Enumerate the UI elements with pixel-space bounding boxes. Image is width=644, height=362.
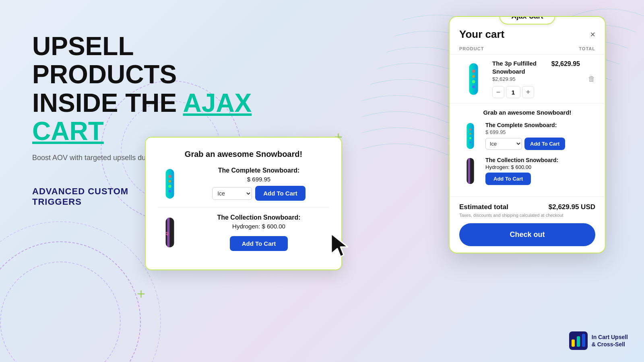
plus-icon-2: + bbox=[137, 286, 145, 302]
cart-upsell-2-add-btn[interactable]: Add To Cart bbox=[485, 173, 531, 185]
cart-upsell-item-2: The Collection Snowboard: Hydrogen: $ 60… bbox=[459, 156, 595, 186]
popup-product-1-info: The Complete Snowboard: $ 699.95 Ice Hyd… bbox=[188, 167, 329, 201]
brand-icon-svg bbox=[569, 331, 588, 350]
svg-text:42: 42 bbox=[165, 232, 169, 236]
close-button[interactable]: × bbox=[590, 30, 595, 39]
svg-rect-20 bbox=[468, 158, 470, 184]
headline: UPSELL PRODUCTS INSIDE THE AJAX CART bbox=[32, 32, 274, 146]
brand-text: In Cart Upsell& Cross-Sell bbox=[592, 333, 628, 348]
popup-product-2-info: The Collection Snowboard: Hydrogen: $ 60… bbox=[188, 214, 329, 251]
cart-upsell-2-info: The Collection Snowboard: Hydrogen: $ 60… bbox=[485, 157, 595, 185]
svg-rect-14 bbox=[466, 123, 474, 149]
svg-rect-22 bbox=[572, 339, 575, 347]
column-total: TOTAL bbox=[579, 46, 595, 51]
estimated-total-value: $2,629.95 USD bbox=[549, 203, 595, 211]
cart-upsell-1-add-btn[interactable]: Add To Cart bbox=[524, 138, 565, 150]
cart-upsell-1-info: The Complete Snowboard: $ 699.95 Ice Hyd… bbox=[485, 122, 595, 150]
qty-input[interactable] bbox=[506, 86, 520, 98]
headline-line2: INSIDE THE bbox=[32, 88, 177, 117]
popup-product-1-add-btn[interactable]: Add To Cart bbox=[255, 186, 305, 201]
svg-rect-9 bbox=[469, 63, 478, 95]
cart-upsell-1-controls: Ice Hydrogen Liquid Add To Cart bbox=[485, 138, 595, 150]
qty-controls: − + bbox=[492, 86, 547, 98]
svg-point-13 bbox=[472, 85, 475, 88]
tax-note: Taxes, discounts and shipping calculated… bbox=[459, 213, 595, 218]
svg-point-4 bbox=[169, 190, 171, 192]
popup-product-1-price: $ 699.95 bbox=[188, 176, 329, 183]
popup-product-1: The Complete Snowboard: $ 699.95 Ice Hyd… bbox=[158, 167, 329, 201]
cart-item-row: The 3p Fulfilled Snowboard $2,629.95 − +… bbox=[459, 60, 595, 98]
popup-product-2: 42 The Collection Snowboard: Hydrogen: $… bbox=[158, 214, 329, 251]
cart-footer: Estimated total $2,629.95 USD Taxes, dis… bbox=[450, 196, 605, 253]
popup-product-1-image bbox=[158, 168, 182, 200]
popup-product-1-name: The Complete Snowboard: bbox=[188, 167, 329, 174]
cart-item-total: $2,629.95 bbox=[551, 60, 580, 68]
brand-logo: In Cart Upsell& Cross-Sell bbox=[569, 331, 628, 350]
popup-product-2-image: 42 bbox=[158, 216, 182, 249]
popup-card: Grab an awesome Snowboard! The Complete bbox=[145, 137, 342, 270]
cart-columns: PRODUCT TOTAL bbox=[450, 45, 605, 54]
cart-upsell-2-variant: Hydrogen: $ 600.00 bbox=[485, 164, 595, 170]
cart-item-price: $2,629.95 bbox=[492, 76, 547, 82]
svg-marker-8 bbox=[331, 234, 348, 257]
popup-product-1-variant[interactable]: Ice Hydrogen Liquid bbox=[212, 187, 252, 200]
svg-point-18 bbox=[469, 142, 471, 143]
cart-upsell-1-price: $ 699.95 bbox=[485, 129, 595, 135]
cart-upsell-2-name: The Collection Snowboard: bbox=[485, 157, 595, 163]
popup-product-2-add-btn[interactable]: Add To Cart bbox=[230, 236, 288, 251]
ajax-cart-panel: Ajax Cart Your cart × PRODUCT TOTAL bbox=[449, 16, 606, 253]
cart-upsell-1-name: The Complete Snowboard: bbox=[485, 122, 595, 128]
headline-line1: UPSELL PRODUCTS bbox=[32, 32, 177, 89]
checkout-button[interactable]: Check out bbox=[459, 223, 595, 246]
svg-point-10 bbox=[472, 69, 475, 72]
cart-upsell-1-variant[interactable]: Ice Hydrogen Liquid bbox=[485, 138, 522, 150]
column-product: PRODUCT bbox=[459, 46, 484, 51]
svg-point-12 bbox=[472, 80, 475, 83]
popup-product-2-variant-label: Hydrogen: $ 600.00 bbox=[188, 223, 329, 230]
qty-minus-button[interactable]: − bbox=[492, 86, 504, 98]
svg-point-1 bbox=[168, 175, 171, 178]
cart-title: Your cart bbox=[459, 28, 504, 41]
svg-point-17 bbox=[469, 137, 471, 139]
popup-title: Grab an awesome Snowboard! bbox=[158, 150, 329, 159]
svg-rect-23 bbox=[577, 336, 580, 347]
estimated-total-row: Estimated total $2,629.95 USD bbox=[459, 203, 595, 211]
remove-item-button[interactable]: 🗑 bbox=[588, 75, 595, 83]
cart-item-section: The 3p Fulfilled Snowboard $2,629.95 − +… bbox=[450, 54, 605, 103]
svg-point-11 bbox=[472, 75, 475, 78]
svg-point-16 bbox=[469, 133, 471, 134]
cart-upsell-section: Grab an awesome Snowboard! bbox=[450, 103, 605, 196]
cart-upsell-title: Grab an awesome Snowboard! bbox=[459, 109, 595, 116]
cart-upsell-item-1: The Complete Snowboard: $ 699.95 Ice Hyd… bbox=[459, 121, 595, 151]
svg-rect-0 bbox=[166, 169, 174, 199]
cursor-icon bbox=[329, 232, 353, 261]
cart-item-image bbox=[459, 61, 487, 97]
svg-point-2 bbox=[169, 180, 171, 183]
svg-point-3 bbox=[168, 185, 171, 187]
cart-item-name: The 3p Fulfilled Snowboard bbox=[492, 60, 547, 75]
svg-rect-19 bbox=[466, 158, 474, 184]
cart-item-details: The 3p Fulfilled Snowboard $2,629.95 − + bbox=[492, 60, 547, 98]
cart-upsell-1-image bbox=[459, 121, 481, 151]
svg-rect-24 bbox=[582, 334, 585, 347]
estimated-total-label: Estimated total bbox=[459, 203, 508, 211]
qty-plus-button[interactable]: + bbox=[522, 86, 534, 98]
popup-product-2-name: The Collection Snowboard: bbox=[188, 214, 329, 221]
cart-upsell-2-image bbox=[459, 156, 481, 186]
popup-product-1-controls: Ice Hydrogen Liquid Add To Cart bbox=[188, 186, 329, 201]
ajax-cart-tab: Ajax Cart bbox=[499, 16, 555, 25]
svg-point-15 bbox=[469, 128, 471, 130]
